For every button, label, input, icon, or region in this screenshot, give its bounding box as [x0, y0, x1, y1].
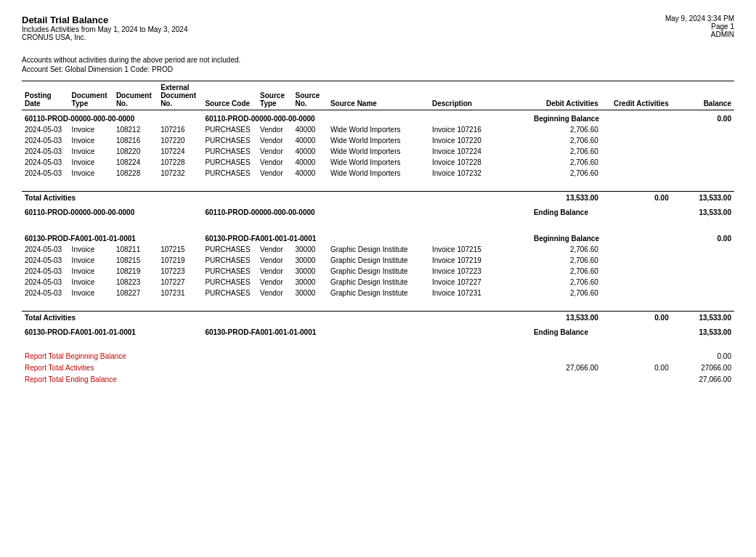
src-name: Graphic Design Institute	[328, 255, 429, 266]
src-no: 40000	[293, 168, 328, 179]
credit	[601, 146, 672, 157]
ending-account-code2: 60130-PROD-FA001-001-01-0001	[202, 324, 531, 338]
src-code: PURCHASES	[202, 157, 257, 168]
report-total-ending-debit	[531, 373, 601, 385]
src-no: 40000	[293, 124, 328, 135]
src-type: Vendor	[257, 146, 292, 157]
main-table: Posting Date Document Type Document No. …	[22, 81, 734, 385]
credit	[601, 244, 672, 255]
th-src-no: Source No.	[293, 81, 328, 110]
debit: 2,706.60	[531, 135, 601, 146]
report-total-ending-credit	[601, 373, 672, 385]
report-page: Page 1	[665, 23, 734, 31]
credit	[601, 277, 672, 288]
src-name: Wide World Importers	[328, 157, 429, 168]
debit: 2,706.60	[531, 157, 601, 168]
th-ext-doc-no: External Document No.	[158, 81, 202, 110]
posting-date: 2024-05-03	[22, 146, 69, 157]
total-label: Total Activities	[22, 192, 531, 205]
debit: 2,706.60	[531, 255, 601, 266]
section-account-code: 60110-PROD-00000-000-00-0000	[22, 110, 202, 125]
description: Invoice 107219	[429, 255, 531, 266]
th-debit: Debit Activities	[531, 81, 601, 110]
ext-doc-no: 107216	[158, 124, 202, 135]
doc-no: 108220	[113, 146, 158, 157]
ext-doc-no: 107232	[158, 168, 202, 179]
balance	[672, 157, 734, 168]
description: Invoice 107228	[429, 157, 531, 168]
src-name: Graphic Design Institute	[328, 288, 429, 298]
credit	[601, 168, 672, 179]
src-type: Vendor	[257, 168, 292, 179]
report-total-activities-label: Report Total Activities	[22, 362, 531, 373]
report-total-activities-debit: 27,066.00	[531, 362, 601, 373]
credit	[601, 157, 672, 168]
ext-doc-no: 107228	[158, 157, 202, 168]
spacer-row	[22, 338, 734, 350]
debit: 2,706.60	[531, 244, 601, 255]
src-no: 30000	[293, 255, 328, 266]
credit	[601, 255, 672, 266]
description: Invoice 107232	[429, 168, 531, 179]
section-account-code: 60130-PROD-FA001-001-01-0001	[22, 230, 202, 244]
spacer-row	[22, 298, 734, 312]
beginning-balance-value: 0.00	[672, 230, 734, 244]
credit	[601, 288, 672, 298]
doc-type: Invoice	[69, 168, 113, 179]
report-total-activities-balance: 27066.00	[672, 362, 734, 373]
ext-doc-no: 107215	[158, 244, 202, 255]
doc-no: 108227	[113, 288, 158, 298]
table-row: 2024-05-03 Invoice 108227 107231 PURCHAS…	[22, 288, 734, 298]
src-type: Vendor	[257, 244, 292, 255]
doc-type: Invoice	[69, 255, 113, 266]
debit: 2,706.60	[531, 266, 601, 277]
total-balance: 13,533.00	[672, 312, 734, 325]
ending-account-code: 60130-PROD-FA001-001-01-0001	[22, 324, 202, 338]
doc-no: 108228	[113, 168, 158, 179]
ending-balance-row: 60110-PROD-00000-000-00-0000 60110-PROD-…	[22, 204, 734, 218]
beginning-balance-label: Beginning Balance	[531, 230, 672, 244]
report-total-ending-label: Report Total Ending Balance	[22, 373, 531, 385]
balance	[672, 146, 734, 157]
section-account-code2: 60130-PROD-FA001-001-01-0001	[202, 230, 531, 244]
report-total-ending-row: Report Total Ending Balance 27,066.00	[22, 373, 734, 385]
description: Invoice 107215	[429, 244, 531, 255]
src-code: PURCHASES	[202, 168, 257, 179]
description: Invoice 107220	[429, 135, 531, 146]
table-row: 2024-05-03 Invoice 108212 107216 PURCHAS…	[22, 124, 734, 135]
ending-balance-value: 13,533.00	[672, 324, 734, 338]
src-code: PURCHASES	[202, 277, 257, 288]
posting-date: 2024-05-03	[22, 124, 69, 135]
doc-no: 108223	[113, 277, 158, 288]
report-total-beginning-row: Report Total Beginning Balance 0.00	[22, 350, 734, 362]
doc-no: 108224	[113, 157, 158, 168]
src-name: Wide World Importers	[328, 124, 429, 135]
section-header-row: 60110-PROD-00000-000-00-0000 60110-PROD-…	[22, 110, 734, 125]
balance	[672, 255, 734, 266]
table-row: 2024-05-03 Invoice 108211 107215 PURCHAS…	[22, 244, 734, 255]
report-total-beginning-label: Report Total Beginning Balance	[22, 350, 531, 362]
src-type: Vendor	[257, 124, 292, 135]
doc-type: Invoice	[69, 266, 113, 277]
report-header: Detail Trial Balance Includes Activities…	[22, 15, 734, 41]
balance	[672, 244, 734, 255]
src-no: 30000	[293, 277, 328, 288]
th-description: Description	[429, 81, 531, 110]
posting-date: 2024-05-03	[22, 255, 69, 266]
report-title: Detail Trial Balance	[22, 15, 187, 25]
th-credit: Credit Activities	[601, 81, 672, 110]
ending-balance-label: Ending Balance	[531, 324, 672, 338]
ending-balance-value: 13,533.00	[672, 204, 734, 218]
credit	[601, 135, 672, 146]
beginning-balance-label: Beginning Balance	[531, 110, 672, 125]
section-account-code2: 60110-PROD-00000-000-00-0000	[202, 110, 531, 125]
th-src-name: Source Name	[328, 81, 429, 110]
th-src-code: Source Code	[202, 81, 257, 110]
notice-line1: Accounts without activities during the a…	[22, 56, 734, 64]
src-code: PURCHASES	[202, 146, 257, 157]
posting-date: 2024-05-03	[22, 135, 69, 146]
total-debit: 13,533.00	[531, 312, 601, 325]
description: Invoice 107216	[429, 124, 531, 135]
src-type: Vendor	[257, 288, 292, 298]
section-header-row: 60130-PROD-FA001-001-01-0001 60130-PROD-…	[22, 230, 734, 244]
